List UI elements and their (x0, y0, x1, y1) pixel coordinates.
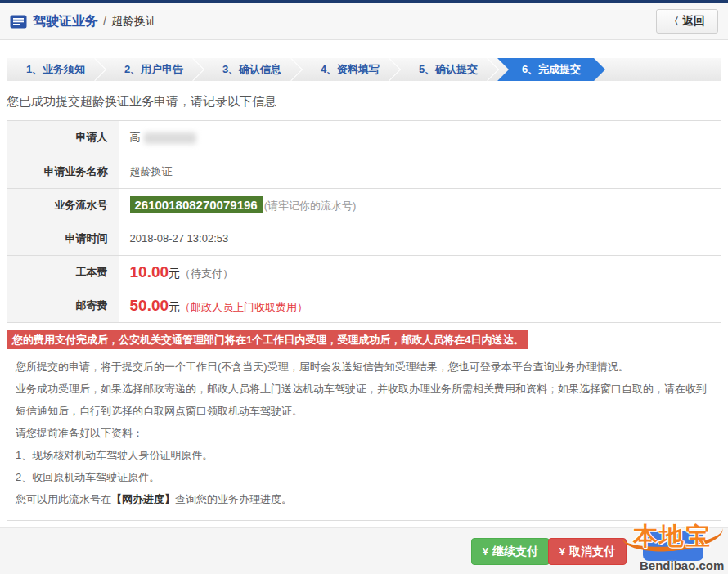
business-name-value: 超龄换证 (119, 155, 721, 188)
business-name-label: 申请业务名称 (7, 155, 119, 188)
serial-number-badge: 261001808270079196 (130, 196, 263, 213)
continue-payment-button[interactable]: ¥ 继续支付 (471, 538, 550, 565)
step-1-business-notice: 1、业务须知 (7, 58, 105, 81)
breadcrumb-separator: / (103, 15, 106, 28)
serial-note: (请牢记你的流水号) (264, 200, 357, 212)
success-message: 您已成功提交超龄换证业务申请，请记录以下信息 (7, 94, 721, 110)
step-2-user-declaration: 2、用户申告 (105, 58, 203, 81)
table-row-apply-time: 申请时间 2018-08-27 13:02:53 (7, 222, 721, 255)
back-chevron-icon: 〈 (669, 15, 679, 29)
breadcrumb-current: 超龄换证 (111, 14, 157, 29)
progress-hint-line: 您可以用此流水号在【网办进度】查询您的业务办理进度。 (16, 488, 712, 510)
back-button[interactable]: 〈 返回 (656, 9, 718, 34)
notice-paragraph-2: 业务成功受理后，如果选择邮政寄递的，邮政人员将上门送达机动车驾驶证，并收取办理业… (16, 378, 712, 422)
breadcrumb-root[interactable]: 驾驶证业务 (33, 13, 98, 30)
applicant-label: 申请人 (7, 121, 119, 155)
notice-paragraphs: 您所提交的申请，将于提交后的一个工作日(不含当天)受理，届时会发送短信告知受理结… (7, 349, 721, 510)
table-row-applicant: 申请人 高 (7, 121, 721, 155)
notice-section: 您的费用支付完成后，公安机关交通管理部门将在1个工作日内受理，受理成功后，邮政人… (7, 323, 721, 520)
post-fee-note: （邮政人员上门收取费用） (180, 301, 308, 313)
online-progress-link[interactable]: 【网办进度】 (111, 493, 175, 505)
step-5-confirm-submit: 5、确认提交 (399, 58, 497, 81)
notice-list-item-2: 2、收回原机动车驾驶证原件。 (16, 466, 712, 488)
notice-paragraph-1: 您所提交的申请，将于提交后的一个工作日(不含当天)受理，届时会发送短信告知受理结… (16, 356, 712, 378)
notice-list-item-1: 1、现场核对机动车驾驶人身份证明原件。 (16, 444, 712, 466)
table-row-cost-fee: 工本费 10.00元（待支付） (7, 255, 721, 289)
cancel-payment-button[interactable]: ¥ 取消支付 (548, 538, 627, 565)
action-footer: ¥ 继续支付 ¥ 取消支付 本地宝 Bendibao.com (0, 527, 728, 574)
post-fee-amount: 50.00 (130, 297, 169, 314)
table-row-serial: 业务流水号 261001808270079196(请牢记你的流水号) (7, 188, 721, 222)
yen-icon: ¥ (483, 545, 488, 558)
notice-paragraph-3: 请您提前准备好以下资料： (16, 422, 712, 444)
step-3-confirm-info: 3、确认信息 (203, 58, 301, 81)
apply-time-label: 申请时间 (7, 222, 119, 255)
back-button-label: 返回 (682, 14, 705, 29)
bendibao-watermark-logo: 本地宝 Bendibao.com (622, 522, 726, 572)
serial-label: 业务流水号 (7, 188, 119, 222)
payment-warning-banner: 您的费用支付完成后，公安机关交通管理部门将在1个工作日内受理，受理成功后，邮政人… (7, 330, 528, 349)
cost-fee-amount: 10.00 (130, 263, 169, 280)
cost-fee-value: 10.00元（待支付） (119, 255, 721, 289)
post-fee-label: 邮寄费 (7, 289, 119, 322)
serial-value-cell: 261001808270079196(请牢记你的流水号) (119, 188, 721, 222)
form-list-icon (10, 15, 27, 29)
cost-fee-label: 工本费 (7, 255, 119, 289)
logo-domain-text: Bendibao.com (640, 558, 724, 572)
post-fee-value: 50.00元（邮政人员上门收取费用） (119, 289, 721, 322)
step-6-complete-submit: 6、完成提交 (497, 58, 605, 81)
step-4-fill-materials: 4、资料填写 (301, 58, 399, 81)
result-panel: 申请人 高 申请业务名称 超龄换证 业务流水号 2610018082700791… (7, 120, 721, 521)
applicant-value: 高 (119, 121, 721, 155)
application-info-table: 申请人 高 申请业务名称 超龄换证 业务流水号 2610018082700791… (7, 121, 721, 323)
table-row-post-fee: 邮寄费 50.00元（邮政人员上门收取费用） (7, 289, 721, 322)
page-header: 驾驶证业务 / 超龄换证 〈 返回 (0, 3, 728, 40)
cost-fee-note: （待支付） (180, 267, 233, 280)
table-row-business-name: 申请业务名称 超龄换证 (7, 155, 721, 188)
apply-time-value: 2018-08-27 13:02:53 (119, 222, 721, 255)
wizard-steps: 1、业务须知 2、用户申告 3、确认信息 4、资料填写 5、确认提交 6、完成提… (7, 58, 721, 81)
logo-chinese-text: 本地宝 (633, 520, 712, 554)
yen-icon: ¥ (559, 545, 565, 558)
redacted-name-blur (144, 132, 196, 144)
